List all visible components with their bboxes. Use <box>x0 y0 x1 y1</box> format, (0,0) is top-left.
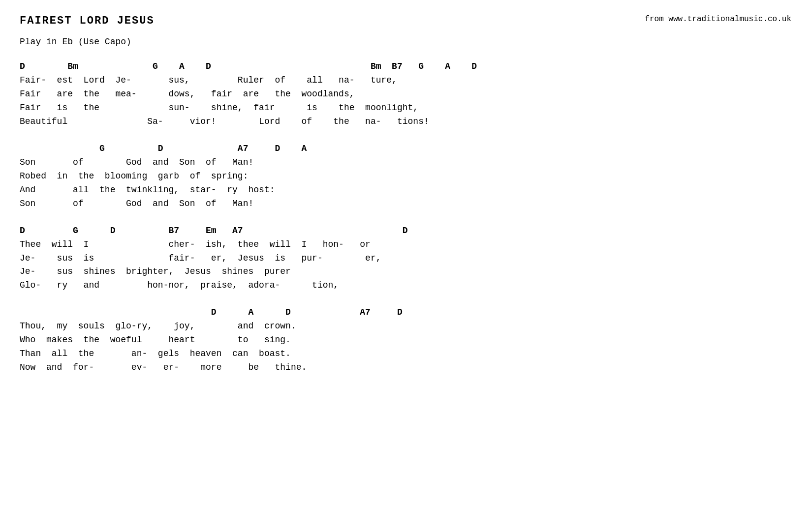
lyric-line-2-2: Robed in the blooming garb of spring: <box>20 170 791 183</box>
lyric-line-4-3: Than all the an- gels heaven can boast. <box>20 347 791 361</box>
chord-line-4: D A D A7 D <box>20 306 791 319</box>
source-url: from www.traditionalmusic.co.uk <box>645 15 791 24</box>
capo-instruction: Play in Eb (Use Capo) <box>20 37 791 47</box>
lyric-line-1-1: Fair- est Lord Je- sus, Ruler of all na-… <box>20 74 791 88</box>
lyric-line-3-3: Je- sus shines brighter, Jesus shines pu… <box>20 265 791 279</box>
song-section-3: D G D B7 Em A7 DThee will I cher- ish, t… <box>20 225 791 293</box>
lyric-line-1-4: Beautiful Sa- vior! Lord of the na- tion… <box>20 115 791 129</box>
lyric-line-4-4: Now and for- ev- er- more be thine. <box>20 361 791 375</box>
chord-line-2: G D A7 D A <box>20 143 791 155</box>
lyric-line-1-2: Fair are the mea- dows, fair are the woo… <box>20 88 791 101</box>
page-title: FAIREST LORD JESUS <box>20 15 155 27</box>
lyric-line-3-1: Thee will I cher- ish, thee will I hon- … <box>20 238 791 252</box>
lyric-line-4-2: Who makes the woeful heart to sing. <box>20 333 791 347</box>
lyric-line-2-3: And all the twinkling, star- ry host: <box>20 183 791 197</box>
lyric-line-3-4: Glo- ry and hon-nor, praise, adora- tion… <box>20 279 791 293</box>
song-section-2: G D A7 D ASon of God and Son of Man!Robe… <box>20 143 791 211</box>
song-section-1: D Bm G A D Bm B7 G A DFair- est Lord Je-… <box>20 60 791 129</box>
chord-line-3: D G D B7 Em A7 D <box>20 225 791 237</box>
chord-line-1: D Bm G A D Bm B7 G A D <box>20 60 791 73</box>
lyric-line-2-1: Son of God and Son of Man! <box>20 156 791 170</box>
lyric-line-2-4: Son of God and Son of Man! <box>20 197 791 211</box>
lyric-line-1-3: Fair is the sun- shine, fair is the moon… <box>20 101 791 115</box>
lyric-line-4-1: Thou, my souls glo-ry, joy, and crown. <box>20 320 791 333</box>
lyric-line-3-2: Je- sus is fair- er, Jesus is pur- er, <box>20 252 791 266</box>
song-section-4: D A D A7 DThou, my souls glo-ry, joy, an… <box>20 306 791 375</box>
